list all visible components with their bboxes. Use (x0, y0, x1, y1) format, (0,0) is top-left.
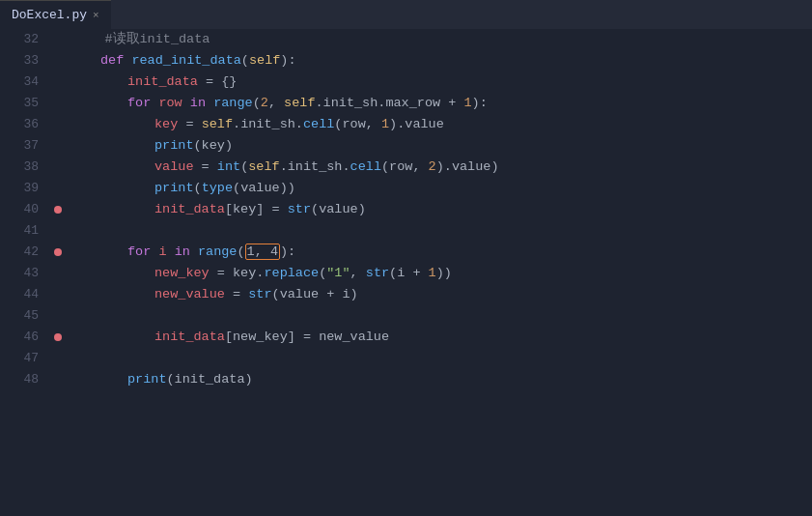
plain-token: ( (241, 53, 249, 68)
line-number: 46 (0, 327, 50, 348)
code-line: print(type(value)) (73, 178, 812, 199)
plain-token: )) (436, 266, 452, 280)
breakpoint-indicator (50, 242, 66, 263)
plain-token: ): (472, 96, 488, 110)
code-line: print(init_data) (73, 369, 812, 390)
breakpoint-indicator (50, 284, 66, 305)
plain-token: ).value (389, 117, 444, 131)
breakpoint-indicator (50, 348, 66, 369)
line-number: 41 (0, 220, 50, 242)
var-token: init_data (154, 202, 225, 216)
code-line (73, 348, 812, 369)
tab-doexcel[interactable]: DoExcel.py × (0, 0, 111, 29)
var-token: value (154, 159, 194, 174)
breakpoint-indicator (50, 263, 66, 284)
plain-token: = {} (198, 74, 238, 89)
line-number: 45 (0, 305, 50, 327)
line-number: 36 (0, 114, 50, 135)
line-number: 44 (0, 284, 50, 305)
plain-token: .init_sh.max_row + (316, 96, 464, 110)
plain-token (182, 96, 190, 110)
plain-token (190, 244, 198, 259)
code-line: key = self.init_sh.cell(row, 1).value (73, 114, 812, 135)
close-icon[interactable]: × (93, 10, 99, 21)
code-line: init_data[new_key] = new_value (73, 327, 812, 348)
code-line: print(key) (73, 135, 812, 157)
line-number: 39 (0, 178, 50, 199)
kw2-token: read_init_data (131, 53, 240, 68)
code-line: for i in range(1, 4): (73, 242, 812, 263)
highlight-range: 1, 4 (245, 244, 280, 260)
plain-token: [key] = (225, 202, 288, 216)
code-line: value = int(self.init_sh.cell(row, 2).va… (73, 157, 812, 178)
line-number: 42 (0, 242, 50, 263)
plain-token: ( (253, 96, 261, 110)
plain-token (206, 96, 213, 110)
line-number: 38 (0, 157, 50, 178)
breakpoint-indicator (50, 369, 66, 390)
line-number: 34 (0, 72, 50, 93)
plain-token: (i + (389, 266, 429, 280)
code-line: #读取init_data (73, 29, 812, 50)
var-token: init_data (154, 330, 225, 344)
breakpoint-indicator (50, 199, 66, 220)
breakpoint-indicator (50, 220, 66, 242)
selfk-token: self (248, 159, 279, 174)
kw2-token: str (366, 266, 389, 280)
plain-token: ): (280, 244, 295, 259)
plain-token (167, 244, 175, 259)
kw2-token: range (213, 96, 253, 110)
plain-token: = (194, 159, 217, 174)
tab-filename: DoExcel.py (12, 8, 87, 22)
plain-token: ): (280, 53, 295, 68)
line-numbers: 3233343536373839404142434445464748 (0, 29, 50, 516)
var-token: new_value (154, 287, 225, 301)
code-line: init_data = {} (73, 72, 812, 93)
plain-token: = (225, 287, 248, 301)
plain-token: ( (237, 244, 244, 259)
plain-token: (value + i) (272, 287, 358, 301)
selfk-token: self (284, 96, 315, 110)
tab-bar: DoExcel.py × (0, 0, 812, 29)
kw2-token: print (154, 181, 194, 195)
breakpoint-indicator (50, 305, 66, 327)
kw2-token: int (217, 159, 240, 174)
var-token: i (158, 244, 166, 259)
breakpoint-indicator (50, 50, 66, 72)
breakpoint-indicator (50, 327, 66, 348)
var-token: new_key (154, 266, 210, 280)
plain-token: , (268, 96, 284, 110)
code-line: new_value = str(value + i) (73, 284, 812, 305)
selfk-token: self (249, 53, 280, 68)
kw-token: def (100, 53, 124, 68)
plain-token: ( (194, 181, 202, 195)
kw2-token: replace (264, 266, 319, 280)
plain-token: (key) (194, 138, 234, 153)
code-line: init_data[key] = str(value) (73, 199, 812, 220)
kw2-token: cell (350, 159, 381, 174)
kw2-token: cell (303, 117, 334, 131)
breakpoint-indicator (50, 135, 66, 157)
selfk-token: self (202, 117, 233, 131)
line-number: 33 (0, 50, 50, 72)
num-token: 1 (429, 266, 436, 280)
breakpoint-dot (54, 248, 62, 256)
line-number: 32 (0, 29, 50, 50)
code-line (73, 220, 812, 242)
var-token: init_data (127, 74, 198, 89)
kw-token: in (175, 244, 190, 259)
kw-token: for (127, 96, 151, 110)
plain-token: .init_sh. (280, 159, 350, 174)
plain-token: ).value) (436, 159, 499, 174)
kw-token: in (190, 96, 206, 110)
kw2-token: print (127, 372, 167, 387)
code-line: new_key = key.replace("1", str(i + 1)) (73, 263, 812, 284)
code-line (73, 305, 812, 327)
plain-token: (value) (311, 202, 366, 216)
plain-token: (init_data) (167, 372, 253, 387)
line-number: 40 (0, 199, 50, 220)
cm-token: #读取init_data (73, 32, 210, 46)
breakpoint-indicator (50, 157, 66, 178)
code-area: #读取init_datadef read_init_data(self):ini… (66, 29, 812, 516)
line-number: 35 (0, 93, 50, 114)
